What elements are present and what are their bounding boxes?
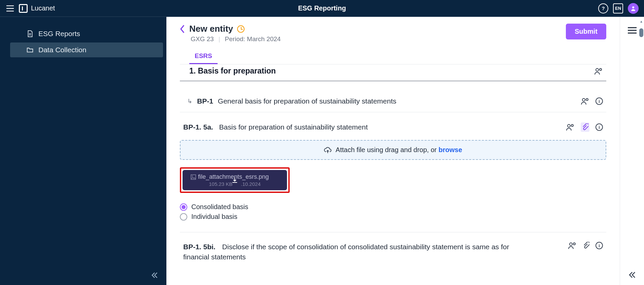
info-icon[interactable]: i xyxy=(595,123,603,131)
svg-point-9 xyxy=(570,243,572,246)
info-icon[interactable]: i xyxy=(595,97,603,105)
rail-menu-button[interactable] xyxy=(628,27,637,34)
top-bar: Lucanet ESG Reporting ? EN xyxy=(0,0,644,17)
people-icon[interactable] xyxy=(581,97,589,105)
q-text: Basis for preparation of sustainability … xyxy=(219,123,368,131)
radio-button-icon xyxy=(180,203,187,211)
brand-name: Lucanet xyxy=(31,4,55,12)
logo-icon xyxy=(19,4,28,13)
file-chip-highlight: file_attachments_esrs.png 105.23 KB .10.… xyxy=(180,167,290,193)
content-area: New entity GXG 23 | Period: March 2024 S… xyxy=(166,17,644,285)
tab-esrs[interactable]: ESRS xyxy=(189,49,218,64)
back-button[interactable] xyxy=(180,25,185,33)
scroll-up-icon: ▲ xyxy=(640,20,643,23)
people-icon[interactable] xyxy=(568,242,577,249)
q-code: BP-1. 5a. xyxy=(183,123,213,131)
sub-arrow-icon: ↳ xyxy=(187,97,192,105)
sidebar-item-data-collection[interactable]: Data Collection xyxy=(10,42,163,57)
svg-point-0 xyxy=(632,6,634,8)
browse-link[interactable]: browse xyxy=(439,146,462,153)
chevron-left-icon xyxy=(180,25,185,33)
language-button[interactable]: EN xyxy=(613,3,623,13)
page-title: New entity xyxy=(189,24,233,34)
download-icon[interactable] xyxy=(231,177,238,183)
attachment-icon[interactable] xyxy=(581,122,589,132)
sidebar-collapse-button[interactable] xyxy=(151,272,158,279)
image-file-icon xyxy=(191,174,196,180)
q-text: Disclose if the scope of consolidation o… xyxy=(183,243,509,261)
scrollbar[interactable]: ▲ xyxy=(639,18,644,284)
people-icon[interactable] xyxy=(566,123,575,131)
user-avatar-button[interactable] xyxy=(628,3,639,14)
pending-status-icon xyxy=(237,25,245,33)
radio-group-basis: Consolidated basis Individual basis xyxy=(180,203,606,221)
radio-consolidated[interactable]: Consolidated basis xyxy=(180,203,606,211)
bp-title: General basis for preparation of sustain… xyxy=(218,97,396,105)
sidebar-item-esg-reports[interactable]: ESG Reports xyxy=(10,26,163,41)
hamburger-icon xyxy=(628,27,637,34)
svg-point-10 xyxy=(573,243,575,245)
q-code: BP-1. 5bi. xyxy=(183,243,216,251)
svg-point-1 xyxy=(596,68,599,71)
attach-prompt: Attach file using drag and drop, or xyxy=(335,146,439,153)
section-title: 1. Basis for preparation xyxy=(189,66,276,76)
svg-point-4 xyxy=(586,98,588,101)
rail-collapse-button[interactable] xyxy=(628,271,636,279)
document-icon xyxy=(26,30,34,37)
chevron-double-left-icon xyxy=(151,272,158,279)
sidebar-item-label: Data Collection xyxy=(38,46,86,54)
bp-header-row: ↳ BP-1 General basis for preparation of … xyxy=(180,88,606,112)
bp-code: BP-1 xyxy=(197,97,213,105)
radio-button-icon xyxy=(180,213,187,221)
attachment-icon[interactable] xyxy=(583,242,589,249)
tabs: ESRS xyxy=(180,49,606,64)
topbar-right: ? EN xyxy=(598,3,639,14)
sidebar: ESG Reports Data Collection xyxy=(0,17,166,285)
divider: | xyxy=(219,35,220,43)
app-title: ESG Reporting xyxy=(298,4,346,12)
file-date: .10.2024 xyxy=(241,181,260,187)
section-header: 1. Basis for preparation xyxy=(180,64,606,82)
file-size: 105.23 KB xyxy=(209,181,232,187)
entity-code: GXG 23 xyxy=(191,35,214,43)
radio-label: Consolidated basis xyxy=(191,203,248,211)
svg-point-3 xyxy=(582,98,585,101)
sidebar-item-label: ESG Reports xyxy=(38,30,80,38)
menu-toggle-button[interactable] xyxy=(5,4,15,13)
content-main: New entity GXG 23 | Period: March 2024 S… xyxy=(166,17,620,285)
hamburger-icon xyxy=(6,5,14,11)
question-5a-row: BP-1. 5a. Basis for preparation of susta… xyxy=(180,112,606,135)
radio-individual[interactable]: Individual basis xyxy=(180,213,606,221)
file-dropzone[interactable]: Attach file using drag and drop, or brow… xyxy=(180,140,606,160)
svg-point-5 xyxy=(568,124,570,127)
people-icon[interactable] xyxy=(594,67,603,75)
svg-point-6 xyxy=(571,124,573,126)
person-icon xyxy=(630,5,636,11)
chevron-double-left-icon xyxy=(628,271,636,279)
svg-point-8 xyxy=(192,175,193,176)
brand-logo: Lucanet xyxy=(19,4,55,13)
scroll-thumb[interactable] xyxy=(639,28,643,37)
right-rail: ▲ xyxy=(620,17,644,285)
svg-point-2 xyxy=(600,68,602,70)
file-chip[interactable]: file_attachments_esrs.png 105.23 KB .10.… xyxy=(183,170,287,190)
question-5bi-row: BP-1. 5bi. Disclose if the scope of cons… xyxy=(180,232,606,262)
folder-icon xyxy=(26,46,34,54)
info-icon[interactable]: i xyxy=(595,242,603,249)
page-header: New entity GXG 23 | Period: March 2024 S… xyxy=(180,24,606,43)
upload-icon xyxy=(324,147,331,154)
radio-label: Individual basis xyxy=(191,213,237,221)
period-label: Period: March 2024 xyxy=(225,35,281,43)
submit-button[interactable]: Submit xyxy=(566,24,606,39)
help-button[interactable]: ? xyxy=(598,3,608,13)
